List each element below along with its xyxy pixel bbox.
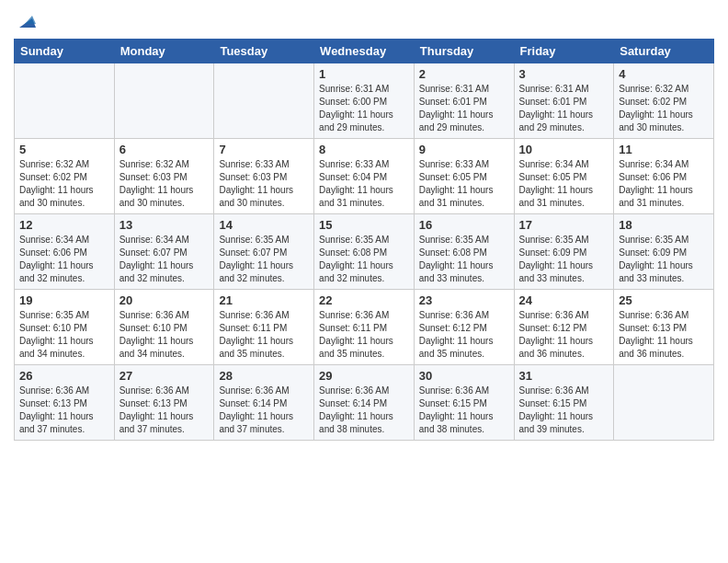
day-number: 5 (19, 143, 109, 156)
day-number: 28 (219, 369, 309, 383)
day-number: 22 (319, 293, 409, 307)
day-info: Sunrise: 6:34 AM Sunset: 6:06 PM Dayligh… (619, 158, 709, 210)
day-number: 9 (419, 143, 509, 156)
day-number: 15 (319, 218, 409, 232)
day-info: Sunrise: 6:31 AM Sunset: 6:00 PM Dayligh… (319, 83, 409, 134)
calendar-cell: 3Sunrise: 6:31 AM Sunset: 6:01 PM Daylig… (514, 63, 614, 139)
day-number: 3 (519, 67, 609, 81)
day-number: 19 (19, 293, 109, 307)
col-header-monday: Monday (114, 40, 214, 63)
col-header-thursday: Thursday (414, 40, 514, 63)
calendar-cell: 12Sunrise: 6:34 AM Sunset: 6:06 PM Dayli… (15, 214, 115, 290)
calendar-cell (114, 63, 214, 139)
day-number: 21 (219, 293, 309, 307)
day-info: Sunrise: 6:33 AM Sunset: 6:04 PM Dayligh… (319, 158, 409, 210)
day-number: 6 (119, 143, 210, 156)
calendar-cell: 14Sunrise: 6:35 AM Sunset: 6:07 PM Dayli… (214, 214, 314, 290)
day-info: Sunrise: 6:36 AM Sunset: 6:13 PM Dayligh… (19, 385, 109, 436)
day-number: 1 (319, 67, 409, 81)
calendar-cell (614, 365, 714, 441)
col-header-wednesday: Wednesday (314, 40, 415, 63)
calendar-cell: 1Sunrise: 6:31 AM Sunset: 6:00 PM Daylig… (314, 63, 415, 139)
calendar-cell: 10Sunrise: 6:34 AM Sunset: 6:05 PM Dayli… (514, 139, 614, 214)
day-info: Sunrise: 6:36 AM Sunset: 6:15 PM Dayligh… (519, 385, 609, 436)
day-info: Sunrise: 6:36 AM Sunset: 6:14 PM Dayligh… (219, 385, 309, 436)
day-number: 26 (19, 369, 109, 383)
day-info: Sunrise: 6:35 AM Sunset: 6:08 PM Dayligh… (319, 234, 409, 285)
day-info: Sunrise: 6:34 AM Sunset: 6:06 PM Dayligh… (19, 234, 109, 285)
day-info: Sunrise: 6:36 AM Sunset: 6:11 PM Dayligh… (219, 309, 309, 361)
calendar-cell: 23Sunrise: 6:36 AM Sunset: 6:12 PM Dayli… (414, 290, 514, 365)
day-number: 14 (219, 218, 309, 232)
day-number: 27 (119, 369, 210, 383)
calendar-week-4: 19Sunrise: 6:35 AM Sunset: 6:10 PM Dayli… (15, 290, 714, 365)
calendar-week-1: 1Sunrise: 6:31 AM Sunset: 6:00 PM Daylig… (15, 63, 714, 139)
logo-icon (16, 11, 36, 31)
day-info: Sunrise: 6:36 AM Sunset: 6:12 PM Dayligh… (519, 309, 609, 361)
day-info: Sunrise: 6:36 AM Sunset: 6:12 PM Dayligh… (419, 309, 509, 361)
day-number: 7 (219, 143, 309, 156)
day-info: Sunrise: 6:34 AM Sunset: 6:05 PM Dayligh… (519, 158, 609, 210)
day-info: Sunrise: 6:32 AM Sunset: 6:02 PM Dayligh… (19, 158, 109, 210)
col-header-friday: Friday (514, 40, 614, 63)
day-info: Sunrise: 6:35 AM Sunset: 6:10 PM Dayligh… (19, 309, 109, 361)
calendar-week-5: 26Sunrise: 6:36 AM Sunset: 6:13 PM Dayli… (15, 365, 714, 441)
day-number: 18 (619, 218, 709, 232)
day-number: 24 (519, 293, 609, 307)
day-number: 31 (519, 369, 609, 383)
day-number: 4 (619, 67, 709, 81)
day-number: 10 (519, 143, 609, 156)
day-info: Sunrise: 6:36 AM Sunset: 6:13 PM Dayligh… (119, 385, 210, 436)
calendar-cell: 29Sunrise: 6:36 AM Sunset: 6:14 PM Dayli… (314, 365, 415, 441)
col-header-tuesday: Tuesday (214, 40, 314, 63)
day-info: Sunrise: 6:36 AM Sunset: 6:10 PM Dayligh… (119, 309, 210, 361)
calendar-cell: 17Sunrise: 6:35 AM Sunset: 6:09 PM Dayli… (514, 214, 614, 290)
calendar-header-row: SundayMondayTuesdayWednesdayThursdayFrid… (15, 40, 714, 63)
day-info: Sunrise: 6:31 AM Sunset: 6:01 PM Dayligh… (519, 83, 609, 134)
calendar-cell: 11Sunrise: 6:34 AM Sunset: 6:06 PM Dayli… (614, 139, 714, 214)
day-number: 16 (419, 218, 509, 232)
calendar-cell: 4Sunrise: 6:32 AM Sunset: 6:02 PM Daylig… (614, 63, 714, 139)
calendar-cell (214, 63, 314, 139)
calendar-cell: 27Sunrise: 6:36 AM Sunset: 6:13 PM Dayli… (114, 365, 214, 441)
calendar-cell: 7Sunrise: 6:33 AM Sunset: 6:03 PM Daylig… (214, 139, 314, 214)
calendar-cell: 21Sunrise: 6:36 AM Sunset: 6:11 PM Dayli… (214, 290, 314, 365)
day-number: 17 (519, 218, 609, 232)
day-info: Sunrise: 6:32 AM Sunset: 6:03 PM Dayligh… (119, 158, 210, 210)
calendar-cell: 9Sunrise: 6:33 AM Sunset: 6:05 PM Daylig… (414, 139, 514, 214)
calendar-cell: 2Sunrise: 6:31 AM Sunset: 6:01 PM Daylig… (414, 63, 514, 139)
day-number: 13 (119, 218, 210, 232)
col-header-saturday: Saturday (614, 40, 714, 63)
header (14, 9, 714, 31)
day-number: 23 (419, 293, 509, 307)
calendar-cell (15, 63, 115, 139)
calendar-table: SundayMondayTuesdayWednesdayThursdayFrid… (14, 39, 714, 441)
day-number: 25 (619, 293, 709, 307)
calendar-cell: 5Sunrise: 6:32 AM Sunset: 6:02 PM Daylig… (15, 139, 115, 214)
calendar-cell: 26Sunrise: 6:36 AM Sunset: 6:13 PM Dayli… (15, 365, 115, 441)
day-info: Sunrise: 6:35 AM Sunset: 6:07 PM Dayligh… (219, 234, 309, 285)
day-info: Sunrise: 6:36 AM Sunset: 6:14 PM Dayligh… (319, 385, 409, 436)
svg-marker-1 (25, 16, 36, 24)
day-info: Sunrise: 6:32 AM Sunset: 6:02 PM Dayligh… (619, 83, 709, 134)
calendar-cell: 18Sunrise: 6:35 AM Sunset: 6:09 PM Dayli… (614, 214, 714, 290)
logo (14, 13, 36, 31)
day-number: 12 (19, 218, 109, 232)
day-info: Sunrise: 6:33 AM Sunset: 6:03 PM Dayligh… (219, 158, 309, 210)
day-info: Sunrise: 6:35 AM Sunset: 6:08 PM Dayligh… (419, 234, 509, 285)
calendar-cell: 19Sunrise: 6:35 AM Sunset: 6:10 PM Dayli… (15, 290, 115, 365)
calendar-week-2: 5Sunrise: 6:32 AM Sunset: 6:02 PM Daylig… (15, 139, 714, 214)
day-info: Sunrise: 6:35 AM Sunset: 6:09 PM Dayligh… (619, 234, 709, 285)
calendar-cell: 31Sunrise: 6:36 AM Sunset: 6:15 PM Dayli… (514, 365, 614, 441)
day-info: Sunrise: 6:36 AM Sunset: 6:13 PM Dayligh… (619, 309, 709, 361)
calendar-cell: 25Sunrise: 6:36 AM Sunset: 6:13 PM Dayli… (614, 290, 714, 365)
calendar-cell: 28Sunrise: 6:36 AM Sunset: 6:14 PM Dayli… (214, 365, 314, 441)
calendar-cell: 15Sunrise: 6:35 AM Sunset: 6:08 PM Dayli… (314, 214, 415, 290)
calendar-cell: 20Sunrise: 6:36 AM Sunset: 6:10 PM Dayli… (114, 290, 214, 365)
day-info: Sunrise: 6:33 AM Sunset: 6:05 PM Dayligh… (419, 158, 509, 210)
day-number: 20 (119, 293, 210, 307)
day-number: 11 (619, 143, 709, 156)
day-number: 2 (419, 67, 509, 81)
calendar-cell: 6Sunrise: 6:32 AM Sunset: 6:03 PM Daylig… (114, 139, 214, 214)
col-header-sunday: Sunday (15, 40, 115, 63)
